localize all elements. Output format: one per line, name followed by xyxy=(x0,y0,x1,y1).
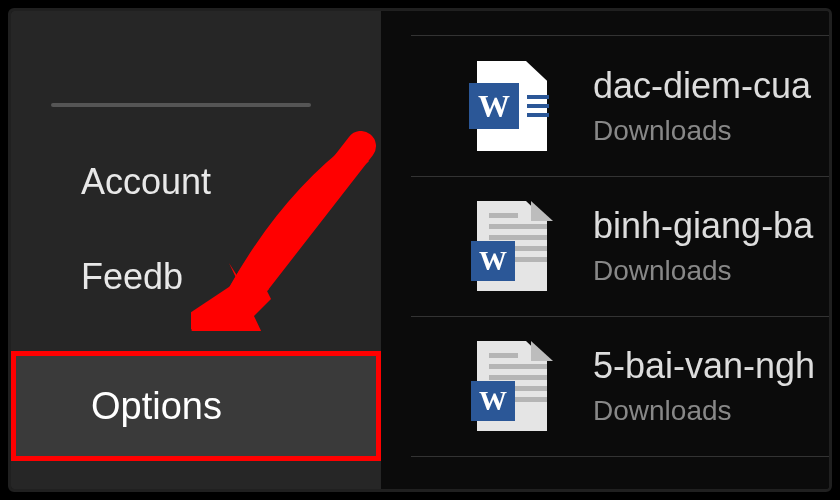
word-doc-icon: W xyxy=(471,61,553,151)
word-badge-icon: W xyxy=(471,381,515,421)
recent-files-panel: W dac-diem-cua Downloads W binh xyxy=(381,11,829,489)
file-location: Downloads xyxy=(593,115,811,147)
nav-options[interactable]: Options xyxy=(11,351,381,461)
file-name: 5-bai-van-ngh xyxy=(593,345,815,387)
nav-options-label: Options xyxy=(91,385,222,428)
file-row[interactable]: W dac-diem-cua Downloads xyxy=(381,41,829,171)
row-separator xyxy=(411,176,829,177)
file-name: binh-giang-ba xyxy=(593,205,813,247)
nav-account[interactable]: Account xyxy=(81,161,211,203)
app-frame: Account Feedb Options W dac-diem-cua Dow… xyxy=(8,8,832,492)
row-separator xyxy=(411,316,829,317)
row-separator xyxy=(411,35,829,36)
word-badge-icon: W xyxy=(471,241,515,281)
word-badge-icon: W xyxy=(469,83,519,129)
sidebar-separator xyxy=(51,103,311,107)
file-location: Downloads xyxy=(593,395,815,427)
sidebar: Account Feedb Options xyxy=(11,11,381,489)
word-doc-icon: W xyxy=(471,341,553,431)
file-row[interactable]: W 5-bai-van-ngh Downloads xyxy=(381,321,829,451)
word-doc-icon: W xyxy=(471,201,553,291)
nav-feedback[interactable]: Feedb xyxy=(81,256,183,298)
file-row[interactable]: W binh-giang-ba Downloads xyxy=(381,181,829,311)
row-separator xyxy=(411,456,829,457)
file-name: dac-diem-cua xyxy=(593,65,811,107)
file-location: Downloads xyxy=(593,255,813,287)
